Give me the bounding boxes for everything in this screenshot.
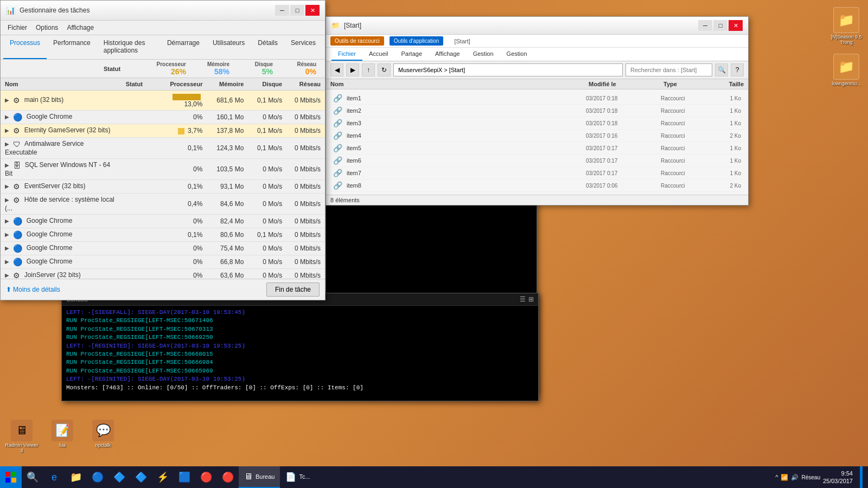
- desktop-icon-radmin[interactable]: 🖥 Radmin Viewer 3: [3, 418, 41, 455]
- expand-icon[interactable]: ▶: [5, 245, 11, 251]
- taskbar-app1-icon[interactable]: ⚡: [152, 466, 174, 488]
- taskbar-explorer-icon[interactable]: 📁: [65, 466, 87, 488]
- tab-performance[interactable]: Performance: [47, 35, 97, 59]
- tab-demarrage[interactable]: Démarrage: [161, 35, 206, 59]
- th-disk[interactable]: Disque: [248, 78, 286, 91]
- th-name[interactable]: Nom: [1, 78, 122, 91]
- expand-icon[interactable]: ▶: [5, 232, 11, 237]
- th-status[interactable]: Statut: [122, 78, 165, 91]
- expand-icon[interactable]: ▶: [5, 162, 11, 168]
- table-row[interactable]: ▶ 🔵 Google Chrome 0% 82,4 Mo 0 Mo/s 0 Mb…: [1, 215, 325, 228]
- table-row[interactable]: ▶ ⚙ JoinServer (32 bits) 0% 63,6 Mo 0 Mo…: [1, 269, 325, 279]
- taskbar-search-icon[interactable]: 🔍: [22, 466, 43, 488]
- taskbar-vs2-icon[interactable]: 🔷: [130, 466, 152, 488]
- ribbon-fichier[interactable]: Fichier: [331, 48, 362, 61]
- menu-options[interactable]: Options: [31, 22, 62, 33]
- tab-services[interactable]: Services: [284, 35, 322, 59]
- expand-icon[interactable]: ▶: [5, 218, 11, 224]
- console-grid-icon[interactable]: ⊞: [528, 296, 534, 303]
- list-item[interactable]: 🔗 item6 03/2017 0:17 Raccourci 1 Ko: [329, 155, 745, 167]
- th-net[interactable]: Réseau: [286, 78, 325, 91]
- close-button[interactable]: ✕: [305, 5, 320, 16]
- explorer-maximize[interactable]: □: [713, 20, 727, 31]
- minimize-button[interactable]: ─: [275, 5, 289, 16]
- menu-fichier[interactable]: Fichier: [3, 22, 31, 33]
- console-list-icon[interactable]: ☰: [520, 296, 526, 303]
- taskbar-app4-icon[interactable]: 🔴: [217, 466, 239, 488]
- explorer-minimize[interactable]: ─: [698, 20, 712, 31]
- explorer-toolbar: ◀ ▶ ↑ ↻ MuserverS6epiX > [Start] 🔍 ?: [326, 61, 748, 79]
- desktop-icon-lua[interactable]: 📝 lua: [43, 418, 81, 455]
- desktop-icon-season[interactable]: 📁 [N]Season 9.5 Trong: [827, 5, 865, 47]
- file-icon: 🔗: [333, 131, 342, 140]
- nav-refresh[interactable]: ↻: [378, 63, 391, 76]
- tab-historique[interactable]: Historique des applications: [97, 35, 161, 59]
- taskbar-app-bureau[interactable]: 🖥 Bureau: [239, 466, 280, 488]
- proc-mem: 137,8 Mo: [207, 124, 248, 138]
- table-row[interactable]: ▶ 🔵 Google Chrome 0% 66,8 Mo 0 Mo/s 0 Mb…: [1, 255, 325, 269]
- process-table-container[interactable]: Nom Statut Processeur Mémoire Disque Rés…: [1, 78, 325, 279]
- expand-icon[interactable]: ▶: [5, 272, 11, 278]
- expand-icon[interactable]: ▶: [5, 114, 11, 120]
- list-item[interactable]: 🔗 item7 03/2017 0:17 Raccourci 1 Ko: [329, 167, 745, 179]
- desktop-icon-lowngen[interactable]: 📁 lowngenmu...: [827, 52, 865, 88]
- taskbar-app3-icon[interactable]: 🔴: [195, 466, 217, 488]
- start-button[interactable]: [0, 466, 22, 488]
- fin-tache-button[interactable]: Fin de tâche: [266, 282, 320, 297]
- table-row[interactable]: ▶ ⚙ Hôte de service : système local (...…: [1, 194, 325, 215]
- table-row[interactable]: ▶ 🔵 Google Chrome 0% 160,1 Mo 0 Mo/s 0 M…: [1, 111, 325, 124]
- tab-processus[interactable]: Processus: [3, 35, 47, 59]
- taskbar-chrome-icon[interactable]: 🔵: [87, 466, 108, 488]
- ribbon-accueil[interactable]: Accueil: [362, 48, 394, 61]
- nav-up[interactable]: ↑: [362, 63, 375, 76]
- address-bar[interactable]: MuserverS6epiX > [Start]: [393, 63, 623, 76]
- help-button[interactable]: ?: [731, 63, 744, 76]
- expand-icon[interactable]: ▶: [5, 259, 11, 265]
- taskbar: 🔍 e 📁 🔵 🔷 🔷 ⚡ 🟦 🔴 🔴 🖥 Bureau 📄 Tc... ^ 📶: [0, 466, 868, 488]
- table-row[interactable]: ▶ 🔵 Google Chrome 0,1% 80,6 Mo 0,1 Mo/s …: [1, 228, 325, 242]
- taskbar-app2-icon[interactable]: 🟦: [174, 466, 195, 488]
- ribbon-gestion1[interactable]: Gestion: [467, 48, 500, 61]
- taskbar-ie-icon[interactable]: e: [43, 466, 65, 488]
- list-item[interactable]: 🔗 item1 03/2017 0:18 Raccourci 1 Ko: [329, 92, 745, 105]
- ribbon-partage[interactable]: Partage: [394, 48, 429, 61]
- ribbon-gestion2[interactable]: Gestion: [500, 48, 534, 61]
- table-row[interactable]: ▶ ⚙ Eternity GameServer (32 bits) 3,7% 1…: [1, 124, 325, 138]
- expand-icon[interactable]: ▶: [5, 183, 11, 189]
- explorer-close[interactable]: ✕: [729, 20, 743, 31]
- table-row[interactable]: ▶ 🔵 Google Chrome 0% 75,4 Mo 0 Mo/s 0 Mb…: [1, 242, 325, 255]
- moins-details-button[interactable]: ⬆ Moins de détails: [6, 286, 60, 293]
- nav-back[interactable]: ◀: [330, 63, 343, 76]
- th-mem[interactable]: Mémoire: [207, 78, 248, 91]
- tab-details[interactable]: Détails: [251, 35, 284, 59]
- search-input[interactable]: [626, 63, 712, 76]
- list-item[interactable]: 🔗 item2 03/2017 0:18 Raccourci 1 Ko: [329, 105, 745, 117]
- search-button[interactable]: 🔍: [715, 63, 728, 76]
- ribbon-affichage[interactable]: Affichage: [429, 48, 467, 61]
- expand-icon[interactable]: ▶: [5, 127, 11, 133]
- table-row[interactable]: ▶ ⚙ EventServer (32 bits) 0,1% 93,1 Mo 0…: [1, 180, 325, 194]
- table-row[interactable]: ▶ 🛡 Antimalware Service Executable 0,1% …: [1, 138, 325, 159]
- list-item[interactable]: 🔗 item8 03/2017 0:06 Raccourci 2 Ko: [329, 179, 745, 192]
- expand-icon[interactable]: ▶: [5, 197, 11, 203]
- nav-forward[interactable]: ▶: [346, 63, 359, 76]
- taskbar-app-tc[interactable]: 📄 Tc...: [280, 466, 315, 488]
- desktop-icon-npctalk[interactable]: 💬 npctalk: [84, 418, 122, 455]
- table-row[interactable]: ▶ ⚙ main (32 bits) 13,0% 681,6 Mo 0,1 Mo…: [1, 91, 325, 111]
- expand-icon[interactable]: ▶: [5, 141, 11, 147]
- menu-affichage[interactable]: Affichage: [62, 22, 98, 33]
- list-item[interactable]: 🔗 item3 03/2017 0:18 Raccourci 1 Ko: [329, 117, 745, 130]
- list-item[interactable]: 🔗 item4 03/2017 0:16 Raccourci 2 Ko: [329, 130, 745, 142]
- tab-utilisateurs[interactable]: Utilisateurs: [206, 35, 251, 59]
- maximize-button[interactable]: □: [290, 5, 304, 16]
- tools-application[interactable]: Outils d'application: [390, 36, 444, 46]
- console-body[interactable]: LEFT: -[SIEGEFALL]: SIEGE-DAY(2017-03-10…: [62, 306, 538, 401]
- tray-expand[interactable]: ^: [775, 474, 778, 480]
- expand-icon[interactable]: ▶: [5, 97, 11, 103]
- th-cpu[interactable]: Processeur: [165, 78, 207, 91]
- show-desktop-button[interactable]: [860, 466, 863, 488]
- table-row[interactable]: ▶ 🗄 SQL Server Windows NT - 64 Bit 0% 10…: [1, 159, 325, 180]
- list-item[interactable]: 🔗 item5 03/2017 0:17 Raccourci 1 Ko: [329, 142, 745, 155]
- taskbar-vs-icon[interactable]: 🔷: [108, 466, 130, 488]
- tools-raccourci[interactable]: Outils de raccourci: [330, 36, 384, 46]
